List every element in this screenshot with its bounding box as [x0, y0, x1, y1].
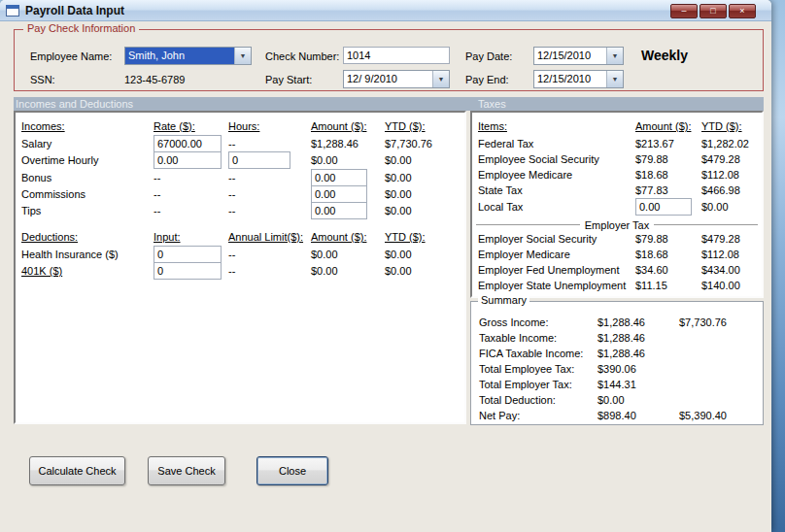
deductions-header-row: Deductions: Input: Annual Limit($): Amou… — [16, 231, 464, 246]
tax-row-federal: Federal Tax $213.67 $1,282.02 — [472, 138, 762, 152]
label-cell: Taxable Income: — [479, 332, 557, 345]
app-icon — [6, 5, 19, 17]
hours-cell: -- — [228, 172, 235, 184]
tax-row-local: Local Tax $0.00 — [472, 201, 762, 216]
overtime-hours-input[interactable] — [228, 151, 290, 169]
desktop-background: Payroll Data Input – □ × Pay Check Infor… — [0, 0, 785, 532]
summary-row-taxable: Taxable Income: $1,288.46 — [471, 332, 763, 347]
pay-start-picker[interactable]: 12/ 9/2010 ▼ — [343, 70, 450, 88]
chevron-down-icon[interactable]: ▼ — [606, 48, 623, 64]
ytd-cell: $0.00 — [385, 249, 412, 261]
label-cell: Employer State Unemployment — [478, 280, 626, 292]
label-cell: Local Tax — [478, 201, 523, 214]
amount-cell: $18.68 — [635, 249, 668, 261]
limit-cell: -- — [228, 249, 235, 261]
amount-cell: $79.88 — [635, 153, 668, 166]
label-cell: Employer Medicare — [478, 249, 570, 261]
label-cell: Bonus — [21, 172, 51, 184]
amount-header: Amount ($): — [635, 120, 691, 133]
ytd-cell: $112.08 — [701, 169, 739, 182]
income-row-commissions: Commissions -- -- $0.00 — [16, 188, 464, 203]
label-cell: FICA Taxable Income: — [479, 348, 583, 360]
label-cell: Total Deduction: — [479, 394, 556, 407]
tips-amount-input[interactable] — [311, 202, 367, 219]
window-controls: – □ × — [670, 4, 756, 18]
employer-tax-label: Employer Tax — [585, 219, 649, 231]
title-bar[interactable]: Payroll Data Input – □ × — [0, 0, 771, 21]
amount-header: Amount ($): — [311, 231, 366, 244]
summary-group-label: Summary — [478, 294, 529, 306]
save-check-button[interactable]: Save Check — [148, 456, 225, 485]
health-insurance-input[interactable] — [154, 246, 222, 263]
paycheck-info-group: Pay Check Information Employee Name: Smi… — [14, 29, 764, 91]
taxes-panel: Items: Amount ($): YTD ($): Federal Tax … — [470, 111, 764, 298]
tax-row-employer-fed-unemployment: Employer Fed Unemployment $34.60 $434.00 — [472, 264, 762, 279]
income-row-salary: Salary -- $1,288.46 $7,730.76 — [16, 138, 464, 152]
label-cell: Overtime Hourly — [21, 154, 98, 167]
tax-row-employee-medicare: Employee Medicare $18.68 $112.08 — [472, 169, 762, 183]
overtime-rate-input[interactable] — [154, 151, 222, 169]
paycheck-group-label: Pay Check Information — [23, 22, 139, 34]
pay-date-picker[interactable]: 12/15/2010 ▼ — [533, 47, 624, 65]
pay-date-label: Pay Date: — [465, 50, 512, 63]
rate-cell: -- — [154, 172, 160, 184]
label-cell: Total Employer Tax: — [479, 379, 572, 391]
calculate-check-button[interactable]: Calculate Check — [29, 456, 125, 485]
commissions-amount-input[interactable] — [311, 185, 367, 203]
tax-row-employer-ss: Employer Social Security $79.88 $479.28 — [472, 233, 762, 248]
amount-header: Amount ($): — [311, 120, 366, 133]
check-number-label: Check Number: — [265, 50, 339, 63]
payroll-window: Payroll Data Input – □ × Pay Check Infor… — [0, 0, 771, 532]
income-row-overtime: Overtime Hourly $0.00 $0.00 — [16, 154, 464, 169]
label-cell: Salary — [21, 138, 51, 150]
pay-end-picker[interactable]: 12/15/2010 ▼ — [533, 70, 624, 88]
amount-cell: $1,288.46 — [311, 138, 358, 150]
pay-frequency-label: Weekly — [641, 48, 688, 63]
label-cell: Tips — [21, 205, 41, 217]
amount-cell: $0.00 — [311, 249, 338, 261]
taxes-header-row: Items: Amount ($): YTD ($): — [472, 120, 762, 135]
ytd-cell: $0.00 — [385, 172, 412, 184]
ytd-cell: $5,390.40 — [679, 410, 727, 422]
close-icon[interactable]: × — [729, 4, 756, 18]
label-cell: Net Pay: — [479, 410, 520, 422]
tax-row-employee-ss: Employee Social Security $79.88 $479.28 — [472, 153, 762, 168]
chevron-down-icon[interactable]: ▼ — [432, 71, 449, 87]
summary-row-fica: FICA Taxable Income: $1,288.46 — [471, 348, 763, 362]
401k-input[interactable] — [154, 262, 222, 280]
label-cell: Total Employee Tax: — [479, 363, 574, 376]
ytd-cell: $0.00 — [385, 205, 412, 217]
close-dialog-button[interactable]: Close — [256, 456, 328, 485]
chevron-down-icon[interactable]: ▼ — [606, 71, 623, 87]
ytd-header: YTD ($): — [385, 231, 426, 244]
rate-cell: -- — [154, 188, 160, 201]
label-cell: Employer Social Security — [478, 233, 597, 246]
salary-rate-input[interactable] — [154, 135, 222, 152]
amount-cell: $34.60 — [635, 264, 668, 277]
local-tax-input[interactable] — [635, 198, 692, 216]
incomes-header-row: Incomes: Rate ($): Hours: Amount ($): YT… — [16, 120, 464, 135]
ytd-cell: $7,730.76 — [679, 316, 727, 329]
ytd-cell: $434.00 — [701, 264, 740, 277]
pay-end-value: 12/15/2010 — [534, 71, 606, 87]
ssn-label: SSN: — [30, 73, 55, 86]
income-row-tips: Tips -- -- $0.00 — [16, 205, 464, 219]
minimize-icon[interactable]: – — [670, 4, 698, 18]
maximize-icon[interactable]: □ — [700, 4, 727, 18]
ytd-cell: $479.28 — [701, 153, 740, 166]
employee-name-select[interactable]: Smith, John ▼ — [124, 47, 252, 65]
ytd-header: YTD ($): — [385, 120, 426, 133]
summary-group: Summary Gross Income: $1,288.46 $7,730.7… — [470, 301, 764, 425]
taxes-section-header: Taxes — [478, 97, 506, 111]
check-number-input[interactable] — [343, 47, 450, 64]
ytd-cell: $0.00 — [385, 154, 412, 167]
ytd-header: YTD ($): — [701, 120, 742, 133]
ytd-cell: $140.00 — [701, 280, 740, 292]
summary-row-gross: Gross Income: $1,288.46 $7,730.76 — [471, 316, 763, 331]
label-cell: Employee Social Security — [478, 153, 599, 166]
bonus-amount-input[interactable] — [311, 169, 367, 186]
separator-line — [476, 224, 580, 226]
window-title: Payroll Data Input — [25, 4, 124, 17]
chevron-down-icon[interactable]: ▼ — [234, 48, 251, 64]
amount-cell: $144.31 — [597, 379, 636, 391]
